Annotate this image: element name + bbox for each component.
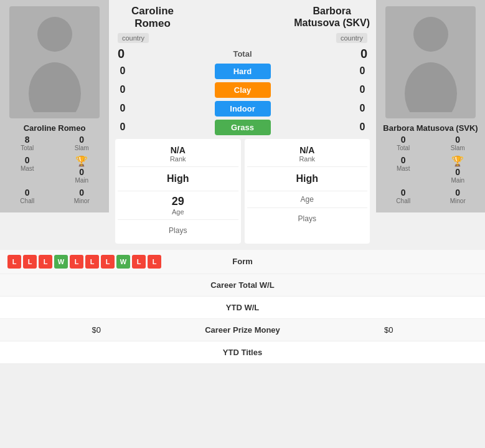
grass-right-score: 0 (355, 122, 370, 133)
center-right-name: BarboraMatusova (SKV) (294, 5, 370, 29)
form-badge-left: L (101, 255, 115, 269)
left-total-score: 0 (118, 47, 125, 61)
left-player-avatar (9, 6, 100, 118)
comp-label-1: YTD W/L (181, 303, 305, 312)
comp-right-2: $0 (305, 325, 473, 335)
right-detail-stats: N/A Rank High Age Plays (245, 139, 370, 244)
form-badge-left: L (148, 255, 161, 269)
svg-point-0 (37, 17, 72, 52)
clay-right-score: 0 (355, 84, 370, 95)
comparison-row-0: Career Total W/L (0, 274, 485, 297)
hard-button[interactable]: Hard (215, 64, 271, 79)
left-age-box: 29 Age (118, 191, 238, 220)
main-container: Caroline Romeo 8 Total 0 Slam 0 Mast (0, 0, 485, 364)
right-stats-bot: 0 Chall 0 Minor (376, 186, 485, 206)
grass-surface-row: 0 Grass 0 (115, 120, 370, 135)
comparison-row-3: YTD Titles (0, 341, 485, 364)
grass-button[interactable]: Grass (215, 120, 271, 135)
left-chall-stat: 0 Chall (0, 186, 55, 206)
right-trophy-icon-area: 🏆 0 Main (431, 153, 486, 186)
center-stats-col: Caroline Romeo BarboraMatusova (SKV) cou… (109, 0, 376, 246)
left-slam-stat: 0 Slam (55, 133, 110, 153)
form-badge-left: L (85, 255, 99, 269)
left-player-card: Caroline Romeo 8 Total 0 Slam 0 Mast (0, 0, 109, 246)
left-detail-stats: N/A Rank High 29 Age Plays (115, 139, 241, 244)
right-total-stat: 0 Total (376, 133, 431, 153)
right-age-box: Age (247, 191, 368, 208)
clay-left-score: 0 (115, 84, 130, 95)
right-high-box: High (247, 167, 368, 191)
left-high-box: High (118, 167, 238, 191)
hard-right-score: 0 (355, 65, 370, 77)
clay-surface-row: 0 Clay 0 (115, 82, 370, 98)
right-stats-top: 0 Total 0 Slam (376, 133, 485, 153)
left-player-silhouette (24, 12, 86, 112)
form-badge-left: L (7, 255, 21, 269)
left-stats-mid: 0 Mast 🏆 0 Main (0, 153, 109, 186)
left-form-badges: LLLWLLLWLL (7, 255, 218, 269)
right-player-name: Barbora Matusova (SVK) (380, 123, 481, 133)
svg-point-3 (405, 62, 457, 112)
form-badge-left: L (23, 255, 37, 269)
right-player-photo-area: Barbora Matusova (SVK) 0 Total 0 Slam 0 … (376, 0, 485, 212)
comp-label-0: Career Total W/L (181, 280, 305, 290)
left-rank-box: N/A Rank (118, 141, 238, 167)
form-label: Form (218, 257, 268, 266)
left-trophy-icon-area: 🏆 0 Main (55, 153, 110, 186)
comp-label-2: Career Prize Money (181, 325, 305, 335)
right-player-silhouette (400, 12, 462, 112)
indoor-left-score: 0 (115, 103, 130, 114)
form-row: LLLWLLLWLL Form (0, 250, 485, 274)
right-stats-mid: 0 Mast 🏆 0 Main (376, 153, 485, 186)
clay-button[interactable]: Clay (215, 82, 271, 98)
detail-stats-row: N/A Rank High 29 Age Plays (109, 135, 376, 246)
comparison-rows: Career Total W/L YTD W/L $0 Career Prize… (0, 274, 485, 364)
right-country-label: country (336, 33, 367, 43)
indoor-surface-row: 0 Indoor 0 (115, 101, 370, 117)
form-badge-left: W (116, 255, 130, 269)
left-player-name: Caroline Romeo (21, 123, 89, 133)
left-mast-stat: 0 Mast (0, 153, 55, 186)
indoor-button[interactable]: Indoor (215, 101, 271, 117)
right-plays-box: Plays (247, 208, 368, 229)
left-stats-top: 8 Total 0 Slam (0, 133, 109, 153)
hard-surface-row: 0 Hard 0 (115, 64, 370, 79)
player-comparison: Caroline Romeo 8 Total 0 Slam 0 Mast (0, 0, 485, 246)
right-player-card: Barbora Matusova (SVK) 0 Total 0 Slam 0 … (376, 0, 485, 246)
right-mast-stat: 0 Mast (376, 153, 431, 186)
comparison-row-1: YTD W/L (0, 297, 485, 319)
right-trophy-icon: 🏆 (451, 155, 464, 167)
form-badge-left: L (70, 255, 83, 269)
left-player-photo-area: Caroline Romeo 8 Total 0 Slam 0 Mast (0, 0, 109, 212)
right-player-avatar (385, 6, 476, 118)
svg-point-2 (413, 17, 448, 52)
hard-left-score: 0 (115, 65, 130, 77)
left-trophy-icon: 🏆 (75, 155, 88, 167)
comp-label-3: YTD Titles (181, 348, 305, 357)
form-badge-left: W (54, 255, 68, 269)
form-badge-left: L (132, 255, 146, 269)
right-minor-stat: 0 Minor (431, 186, 486, 206)
surface-rows: 0 Hard 0 0 Clay 0 0 Indoor 0 0 Grass (109, 64, 376, 135)
left-total-stat: 8 Total (0, 133, 55, 153)
form-badge-left: L (39, 255, 52, 269)
right-total-score: 0 (360, 47, 367, 61)
indoor-right-score: 0 (355, 103, 370, 114)
comparison-row-2: $0 Career Prize Money $0 (0, 319, 485, 341)
left-stats-bot: 0 Chall 0 Minor (0, 186, 109, 206)
right-rank-box: N/A Rank (247, 141, 368, 167)
right-chall-stat: 0 Chall (376, 186, 431, 206)
left-country-label: country (118, 33, 149, 43)
left-minor-stat: 0 Minor (55, 186, 110, 206)
comp-left-2: $0 (12, 325, 181, 335)
grass-left-score: 0 (115, 122, 130, 133)
total-label: Total (233, 49, 252, 59)
svg-point-1 (29, 62, 81, 112)
left-plays-box: Plays (118, 220, 238, 241)
right-slam-stat: 0 Slam (431, 133, 486, 153)
center-left-name: Caroline Romeo (115, 5, 190, 31)
